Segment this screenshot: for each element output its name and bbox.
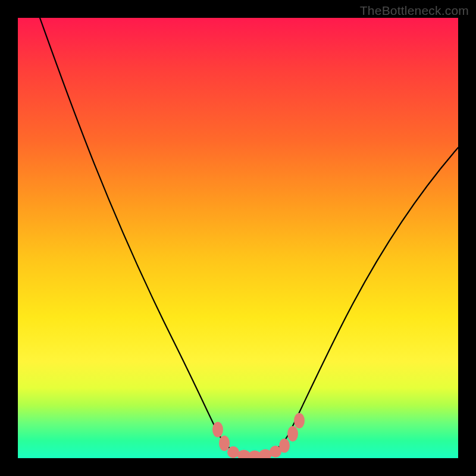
curve-marker [212,422,223,437]
curve-marker [279,439,290,453]
watermark-text: TheBottleneck.com [360,4,469,18]
bottleneck-curve [40,18,458,455]
chart-frame: TheBottleneck.com [0,0,476,476]
curve-marker [219,436,230,451]
curve-marker [287,426,298,441]
curve-marker [294,413,305,428]
curve-svg [18,18,458,458]
curve-marker [227,446,239,458]
plot-area [18,18,458,458]
